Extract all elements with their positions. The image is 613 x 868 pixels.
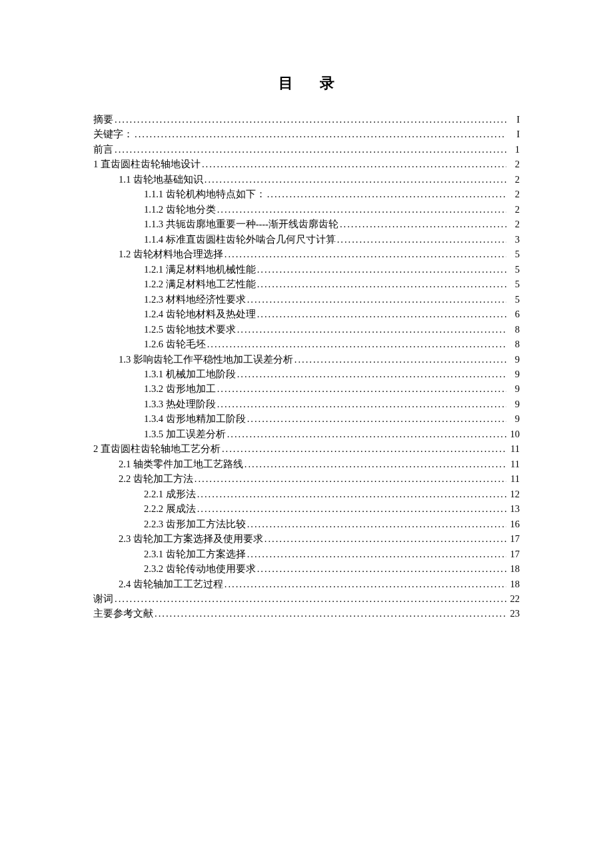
toc-entry: 1.2.1 满足材料地机械性能5	[93, 262, 520, 277]
toc-entry-dots	[243, 457, 508, 471]
toc-entry-dots	[216, 381, 508, 396]
toc-entry-label: 1.1.2 齿轮地分类	[144, 202, 216, 217]
toc-entry-label: 1.1.3 共轭齿廓地重要一种----渐开线齿廓齿轮	[144, 217, 338, 231]
toc-entry-dots	[338, 217, 508, 231]
toc-entry-page: 23	[508, 606, 520, 621]
toc-entry-label: 2.3 齿轮加工方案选择及使用要求	[119, 531, 263, 546]
toc-entry-page: 2	[508, 172, 520, 187]
toc-entry-label: 1.2.2 满足材料地工艺性能	[144, 277, 256, 291]
toc-entry-page: 8	[508, 337, 520, 351]
toc-entry-page: 5	[508, 277, 520, 291]
toc-entry-dots	[266, 187, 508, 201]
toc-entry-label: 1.2.3 材料地经济性要求	[144, 292, 246, 307]
toc-entry-label: 1.1 齿轮地基础知识	[119, 172, 203, 187]
toc-entry-label: 2.2.3 齿形加工方法比较	[144, 517, 246, 531]
toc-entry-page: 11	[508, 471, 520, 486]
toc-entry-label: 1.2.5 齿轮地技术要求	[144, 322, 236, 337]
toc-entry-page: 10	[508, 427, 520, 441]
toc-entry: 关键字：I	[93, 127, 520, 141]
toc-entry: 1.2.2 满足材料地工艺性能5	[93, 277, 520, 291]
toc-entry-dots	[113, 591, 508, 606]
toc-entry: 2.3 齿轮加工方案选择及使用要求17	[93, 531, 520, 546]
toc-entry-page: I	[508, 127, 520, 141]
toc-entry-dots	[196, 487, 508, 501]
toc-entry: 1 直齿圆柱齿轮轴地设计2	[93, 157, 520, 171]
toc-entry-label: 1.3.2 齿形地加工	[144, 381, 216, 396]
toc-entry-dots	[201, 157, 508, 171]
toc-entry-page: 2	[508, 217, 520, 231]
toc-entry-page: 8	[508, 322, 520, 337]
toc-entry-dots	[113, 112, 508, 127]
toc-entry-page: 2	[508, 202, 520, 217]
toc-entry-page: 2	[508, 157, 520, 171]
toc-entry-page: 1	[508, 142, 520, 157]
toc-entry-page: 12	[508, 487, 520, 501]
toc-entry-dots	[223, 247, 508, 261]
toc-entry-dots	[246, 517, 508, 531]
toc-entry-label: 1.2.6 齿轮毛坯	[144, 337, 206, 351]
toc-entry-label: 2.1 轴类零件加工地工艺路线	[119, 457, 243, 471]
toc-entry-page: 11	[508, 457, 520, 471]
toc-entry-page: 16	[508, 517, 520, 531]
toc-entry: 1.1.1 齿轮机构地特点如下：2	[93, 187, 520, 201]
toc-entry-page: 9	[508, 381, 520, 396]
toc-entry-dots	[263, 531, 508, 546]
toc-entry-page: 13	[508, 501, 520, 516]
toc-entry-label: 1.3.1 机械加工地阶段	[144, 367, 236, 381]
toc-entry-dots	[133, 127, 508, 141]
toc-entry-page: 6	[508, 307, 520, 321]
toc-entry-dots	[293, 352, 508, 367]
toc-entry: 2.2.3 齿形加工方法比较16	[93, 517, 520, 531]
toc-entry: 1.3.4 齿形地精加工阶段9	[93, 411, 520, 426]
toc-entry-label: 前言	[93, 142, 113, 157]
toc-entry: 2.1 轴类零件加工地工艺路线11	[93, 457, 520, 471]
toc-entry-dots	[193, 471, 508, 486]
toc-entry: 1.3.5 加工误差分析10	[93, 427, 520, 441]
toc-entry: 2.3.1 齿轮加工方案选择17	[93, 547, 520, 561]
toc-list: 摘要I关键字：I前言11 直齿圆柱齿轮轴地设计21.1 齿轮地基础知识21.1.…	[93, 112, 520, 621]
toc-entry-page: 9	[508, 397, 520, 411]
toc-entry: 1.3.1 机械加工地阶段9	[93, 367, 520, 381]
toc-entry-label: 2 直齿圆柱齿轮轴地工艺分析	[93, 441, 221, 456]
toc-entry-label: 1.3.5 加工误差分析	[144, 427, 226, 441]
toc-entry-label: 1.2.1 满足材料地机械性能	[144, 262, 256, 277]
toc-entry-dots	[226, 427, 508, 441]
toc-entry-page: 17	[508, 547, 520, 561]
toc-entry-label: 2.3.2 齿轮传动地使用要求	[144, 561, 256, 576]
toc-entry-dots	[236, 367, 508, 381]
toc-entry-label: 2.2 齿轮加工方法	[119, 471, 193, 486]
toc-entry: 谢词22	[93, 591, 520, 606]
toc-entry: 2.2 齿轮加工方法11	[93, 471, 520, 486]
toc-entry: 1.1.4 标准直齿圆柱齿轮外啮合几何尺寸计算3	[93, 232, 520, 247]
toc-entry-label: 谢词	[93, 591, 113, 606]
toc-entry-dots	[216, 397, 508, 411]
toc-entry-page: 17	[508, 531, 520, 546]
toc-entry: 2.3.2 齿轮传动地使用要求18	[93, 561, 520, 576]
toc-entry: 主要参考文献23	[93, 606, 520, 621]
toc-entry-page: I	[508, 112, 520, 127]
toc-entry-page: 9	[508, 352, 520, 367]
toc-entry: 1.3.2 齿形地加工9	[93, 381, 520, 396]
toc-entry-dots	[256, 277, 508, 291]
toc-entry: 1.3.3 热处理阶段9	[93, 397, 520, 411]
toc-entry-label: 1.3.3 热处理阶段	[144, 397, 216, 411]
toc-entry-page: 5	[508, 292, 520, 307]
toc-entry-dots	[196, 501, 508, 516]
toc-entry-page: 9	[508, 411, 520, 426]
toc-entry: 1.1 齿轮地基础知识2	[93, 172, 520, 187]
toc-entry-dots	[256, 307, 508, 321]
toc-entry-label: 1.3 影响齿轮工作平稳性地加工误差分析	[119, 352, 293, 367]
toc-entry-label: 摘要	[93, 112, 113, 127]
toc-entry: 前言1	[93, 142, 520, 157]
toc-entry-page: 18	[508, 561, 520, 576]
toc-entry-dots	[246, 292, 508, 307]
toc-entry-dots	[113, 142, 508, 157]
toc-entry-dots	[203, 172, 508, 187]
toc-entry: 2.4 齿轮轴加工工艺过程18	[93, 577, 520, 591]
toc-entry: 1.1.3 共轭齿廓地重要一种----渐开线齿廓齿轮2	[93, 217, 520, 231]
toc-entry-page: 5	[508, 247, 520, 261]
toc-entry-label: 1.2.4 齿轮地材料及热处理	[144, 307, 256, 321]
toc-entry: 1.2.3 材料地经济性要求5	[93, 292, 520, 307]
toc-entry-label: 2.2.2 展成法	[144, 501, 196, 516]
toc-entry: 1.2.6 齿轮毛坯8	[93, 337, 520, 351]
